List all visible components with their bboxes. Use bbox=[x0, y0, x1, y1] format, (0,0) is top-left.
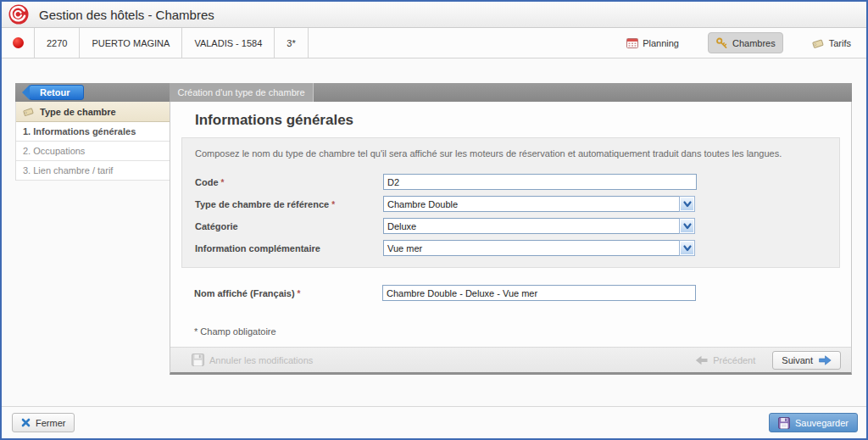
hotel-stars: 3* bbox=[275, 38, 307, 48]
display-name-row: Nom affiché (Français)* bbox=[194, 285, 851, 301]
description-text: Composez le nom du type de chambre tel q… bbox=[195, 148, 826, 159]
required-mark: * bbox=[298, 289, 301, 298]
close-label: Fermer bbox=[36, 418, 65, 428]
section-tabs: Planning Chambres Tarifs bbox=[620, 32, 866, 53]
category-select-value: Deluxe bbox=[384, 221, 680, 231]
close-button[interactable]: Fermer bbox=[12, 413, 75, 432]
divider bbox=[308, 28, 309, 58]
workspace: Retour Création d'un type de chambre Typ… bbox=[2, 59, 866, 406]
extra-info-select[interactable]: Vue mer bbox=[383, 240, 695, 256]
reference-label: Type de chambre de référence* bbox=[195, 199, 383, 209]
back-button[interactable]: Retour bbox=[29, 85, 84, 100]
hotel-bar: 2270 PUERTO MAGINA VALADIS - 1584 3* Pla… bbox=[2, 28, 866, 58]
tab-planning-label: Planning bbox=[643, 38, 679, 48]
tab-chambres-label: Chambres bbox=[732, 38, 776, 48]
category-select[interactable]: Deluxe bbox=[383, 218, 695, 234]
cancel-modifications-label: Annuler les modifications bbox=[209, 355, 313, 365]
wizard-nav-buttons: Précédent Suivant bbox=[687, 351, 851, 370]
app-header: Gestion des hôtels - Chambres bbox=[2, 2, 866, 28]
extra-info-row: Information complémentaire Vue mer bbox=[195, 240, 826, 256]
arrow-left-icon bbox=[695, 355, 708, 365]
step-informations-generales[interactable]: 1. Informations générales bbox=[16, 122, 170, 142]
floppy-disk-icon bbox=[778, 417, 790, 429]
previous-button[interactable]: Précédent bbox=[687, 352, 764, 369]
hotel-name: PUERTO MAGINA bbox=[80, 38, 181, 48]
code-label: Code* bbox=[195, 177, 383, 187]
required-field-note: * Champ obligatoire bbox=[194, 326, 851, 337]
next-button[interactable]: Suivant bbox=[772, 351, 841, 370]
room-type-wizard: Retour Création d'un type de chambre Typ… bbox=[15, 83, 852, 375]
tab-chambres[interactable]: Chambres bbox=[708, 32, 783, 53]
section-heading: Informations générales bbox=[195, 112, 851, 129]
status-dot-icon bbox=[13, 37, 24, 48]
key-icon bbox=[715, 36, 728, 49]
chevron-down-icon bbox=[680, 197, 694, 211]
save-label: Sauvegarder bbox=[795, 418, 849, 428]
tab-tarifs[interactable]: Tarifs bbox=[805, 34, 858, 53]
chevron-down-icon bbox=[680, 219, 694, 233]
calendar-icon bbox=[626, 37, 638, 48]
display-name-label: Nom affiché (Français)* bbox=[194, 288, 382, 298]
category-row: Catégorie Deluxe bbox=[195, 218, 826, 234]
tab-tarifs-label: Tarifs bbox=[829, 38, 851, 48]
price-tag-icon bbox=[812, 37, 825, 49]
sidebar-header-type-de-chambre: Type de chambre bbox=[16, 102, 170, 122]
reference-select-value: Chambre Double bbox=[384, 199, 680, 209]
required-mark: * bbox=[221, 178, 225, 187]
step-occupations[interactable]: 2. Occupations bbox=[16, 142, 170, 161]
page-title: Gestion des hôtels - Chambres bbox=[39, 8, 214, 22]
bottom-action-bar: Fermer Sauvegarder bbox=[2, 406, 866, 438]
brand-logo-icon bbox=[8, 4, 29, 25]
save-button[interactable]: Sauvegarder bbox=[769, 413, 858, 432]
chevron-down-icon bbox=[680, 241, 694, 255]
reference-select[interactable]: Chambre Double bbox=[383, 196, 695, 212]
cancel-modifications-button[interactable]: Annuler les modifications bbox=[192, 354, 313, 366]
extra-info-select-value: Vue mer bbox=[384, 243, 680, 253]
wizard-main-panel: Informations générales Composez le nom d… bbox=[170, 102, 852, 375]
app-window: Gestion des hôtels - Chambres 2270 PUERT… bbox=[0, 0, 868, 440]
next-label: Suivant bbox=[782, 355, 813, 365]
display-name-input[interactable] bbox=[382, 285, 696, 301]
hotel-code: 2270 bbox=[35, 38, 79, 48]
extra-info-label: Information complémentaire bbox=[195, 243, 383, 253]
price-tag-icon bbox=[23, 106, 35, 117]
wizard-tab-title: Création d'un type de chambre bbox=[170, 83, 314, 102]
wizard-footer: Annuler les modifications Précédent Suiv… bbox=[170, 347, 851, 372]
required-mark: * bbox=[331, 200, 335, 209]
reference-row: Type de chambre de référence* Chambre Do… bbox=[195, 196, 826, 212]
hotel-reference: VALADIS - 1584 bbox=[182, 38, 274, 48]
tab-planning[interactable]: Planning bbox=[620, 34, 686, 52]
wizard-steps-sidebar: Type de chambre 1. Informations générale… bbox=[15, 102, 170, 181]
code-input[interactable] bbox=[383, 174, 697, 190]
step-lien-chambre-tarif[interactable]: 3. Lien chambre / tarif bbox=[16, 161, 170, 181]
code-row: Code* bbox=[195, 174, 826, 190]
general-info-box: Composez le nom du type de chambre tel q… bbox=[181, 137, 840, 268]
wizard-tabbar: Retour Création d'un type de chambre bbox=[15, 83, 852, 102]
sidebar-header-label: Type de chambre bbox=[40, 107, 116, 117]
category-label: Catégorie bbox=[195, 221, 383, 231]
floppy-disk-icon bbox=[192, 354, 204, 366]
cross-icon bbox=[21, 418, 31, 427]
previous-label: Précédent bbox=[713, 355, 755, 365]
arrow-right-icon bbox=[819, 355, 832, 365]
